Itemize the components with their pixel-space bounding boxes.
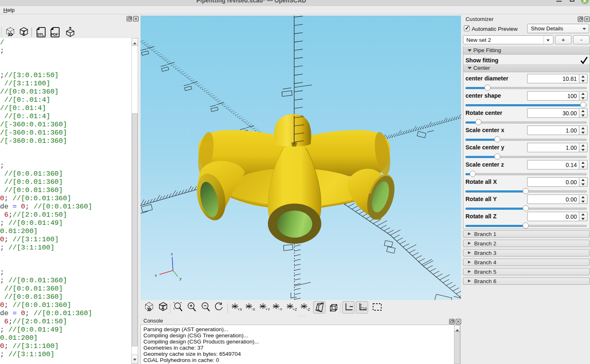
svg-text:+X: +X: [237, 307, 242, 311]
svg-text:-X: -X: [251, 307, 255, 311]
svg-text:+Z: +Z: [293, 307, 297, 311]
svg-text:y: y: [180, 276, 182, 281]
svg-text:z: z: [171, 252, 173, 256]
svg-text:PDF: PDF: [51, 32, 58, 37]
svg-text:x: x: [155, 273, 157, 277]
svg-text:-Y: -Y: [279, 307, 282, 311]
svg-text:-Z: -Z: [307, 307, 310, 311]
svg-text:10: 10: [363, 307, 367, 311]
svg-text:STL: STL: [37, 32, 44, 37]
svg-text:+Y: +Y: [265, 307, 270, 311]
